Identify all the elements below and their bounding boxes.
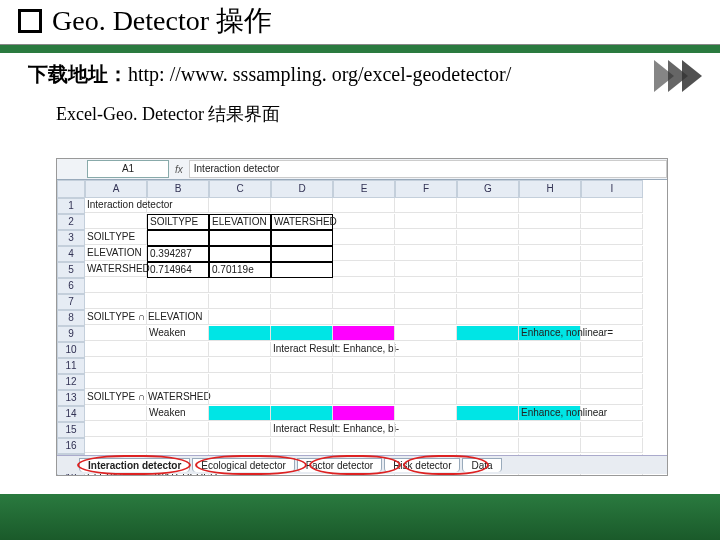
- cell[interactable]: [519, 214, 581, 229]
- cell[interactable]: [271, 390, 333, 405]
- cell[interactable]: [395, 342, 457, 357]
- cell[interactable]: [333, 342, 395, 357]
- cell[interactable]: Enhance, nonlinear: [519, 406, 581, 421]
- cell[interactable]: [333, 214, 395, 229]
- cell[interactable]: [333, 358, 395, 373]
- cell[interactable]: [147, 198, 209, 213]
- cell[interactable]: [581, 294, 643, 309]
- cell[interactable]: [457, 278, 519, 293]
- cell[interactable]: [395, 422, 457, 437]
- cell[interactable]: [85, 214, 147, 229]
- cell[interactable]: [519, 198, 581, 213]
- cell[interactable]: Interact Result: Enhance, bi-: [271, 342, 333, 357]
- cell[interactable]: [271, 230, 333, 246]
- formula-input[interactable]: Interaction detector: [189, 160, 667, 178]
- cell[interactable]: [519, 374, 581, 389]
- cell[interactable]: [209, 326, 271, 341]
- cell[interactable]: [581, 406, 643, 421]
- row-header[interactable]: 6: [57, 278, 85, 294]
- cell[interactable]: [209, 310, 271, 325]
- cell[interactable]: WATERSHED: [271, 214, 333, 230]
- cell[interactable]: [395, 326, 457, 341]
- cell[interactable]: [581, 278, 643, 293]
- cell[interactable]: [333, 230, 395, 245]
- col-header[interactable]: I: [581, 180, 643, 198]
- row-header[interactable]: 4: [57, 246, 85, 262]
- cell[interactable]: [519, 358, 581, 373]
- cell[interactable]: 0.714964: [147, 262, 209, 278]
- cell[interactable]: [209, 294, 271, 309]
- cell[interactable]: [457, 358, 519, 373]
- cell[interactable]: [209, 406, 271, 421]
- cell[interactable]: [271, 374, 333, 389]
- row-header[interactable]: 15: [57, 422, 85, 438]
- cell[interactable]: SOILTYPE: [85, 230, 147, 245]
- cell[interactable]: [581, 262, 643, 277]
- row-header[interactable]: 10: [57, 342, 85, 358]
- cell[interactable]: [457, 214, 519, 229]
- cell[interactable]: [85, 278, 147, 293]
- cell[interactable]: [519, 310, 581, 325]
- cell[interactable]: [271, 358, 333, 373]
- cell[interactable]: [519, 294, 581, 309]
- cell[interactable]: [395, 230, 457, 245]
- cell[interactable]: [457, 310, 519, 325]
- cell[interactable]: [395, 374, 457, 389]
- cell[interactable]: [333, 326, 395, 341]
- cell[interactable]: [457, 390, 519, 405]
- cell[interactable]: [85, 326, 147, 341]
- row-header[interactable]: 5: [57, 262, 85, 278]
- col-header[interactable]: E: [333, 180, 395, 198]
- corner[interactable]: [57, 180, 85, 198]
- row-header[interactable]: 8: [57, 310, 85, 326]
- cell[interactable]: WATERSHED: [85, 262, 147, 277]
- col-header[interactable]: C: [209, 180, 271, 198]
- cell[interactable]: [333, 278, 395, 293]
- cell[interactable]: [457, 438, 519, 453]
- cell[interactable]: [457, 246, 519, 261]
- cell[interactable]: [209, 438, 271, 453]
- cell[interactable]: [271, 198, 333, 213]
- cell[interactable]: [519, 422, 581, 437]
- cell[interactable]: [209, 374, 271, 389]
- cell[interactable]: [333, 294, 395, 309]
- cell[interactable]: [457, 198, 519, 213]
- cell[interactable]: [147, 438, 209, 453]
- cell[interactable]: [395, 278, 457, 293]
- cell[interactable]: [581, 246, 643, 261]
- cell[interactable]: [147, 278, 209, 293]
- cell[interactable]: [581, 438, 643, 453]
- cell[interactable]: [271, 438, 333, 453]
- cell[interactable]: [395, 358, 457, 373]
- cell[interactable]: [85, 374, 147, 389]
- cell[interactable]: Interact Result: Enhance, bi-: [271, 422, 333, 437]
- tab-factor[interactable]: Factor detector: [297, 458, 382, 472]
- row-header[interactable]: 9: [57, 326, 85, 342]
- cell[interactable]: [581, 342, 643, 357]
- cell[interactable]: [519, 390, 581, 405]
- cell[interactable]: ELEVATION: [209, 214, 271, 230]
- cell[interactable]: [147, 310, 209, 325]
- cell[interactable]: [85, 294, 147, 309]
- cell[interactable]: [395, 246, 457, 261]
- cell[interactable]: [209, 358, 271, 373]
- cell[interactable]: 0.394287: [147, 246, 209, 262]
- row-header[interactable]: 14: [57, 406, 85, 422]
- col-header[interactable]: F: [395, 180, 457, 198]
- cell[interactable]: [395, 262, 457, 277]
- cell[interactable]: [147, 294, 209, 309]
- cell[interactable]: [333, 438, 395, 453]
- cell[interactable]: [395, 198, 457, 213]
- cell[interactable]: [581, 422, 643, 437]
- col-header[interactable]: H: [519, 180, 581, 198]
- cell[interactable]: [209, 246, 271, 262]
- cell[interactable]: Weaken: [147, 326, 209, 341]
- tab-data[interactable]: Data: [462, 458, 501, 472]
- cell[interactable]: [147, 374, 209, 389]
- cell[interactable]: [209, 198, 271, 213]
- cell[interactable]: [519, 278, 581, 293]
- cell[interactable]: [457, 326, 519, 341]
- cell[interactable]: [271, 406, 333, 421]
- cell[interactable]: [85, 358, 147, 373]
- cell[interactable]: [209, 390, 271, 405]
